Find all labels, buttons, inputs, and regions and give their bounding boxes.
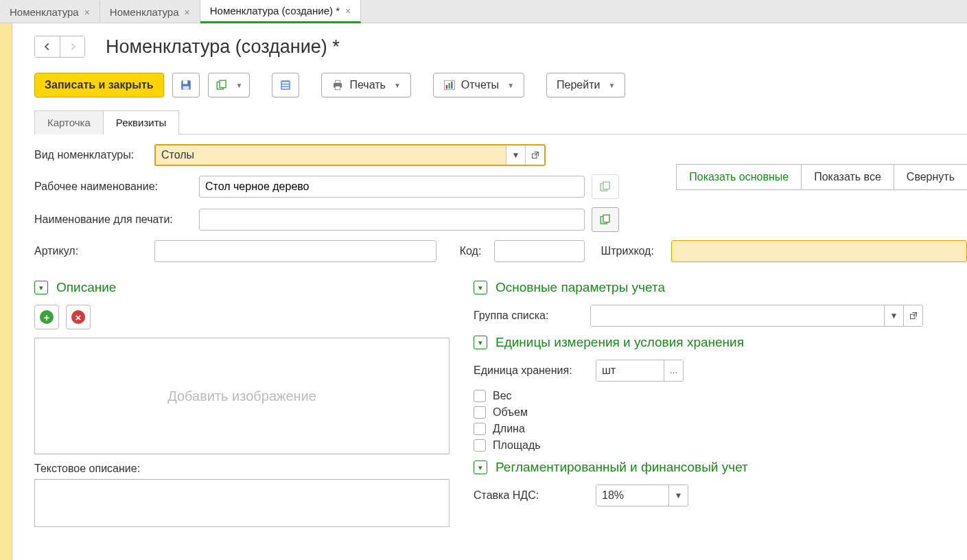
app-tab-label: Номенклатура [10,6,79,18]
app-tab-label: Номенклатура (создание) * [210,5,340,16]
app-tab-1[interactable]: Номенклатура × [100,1,200,23]
app-tab-0[interactable]: Номенклатура × [0,1,100,23]
close-icon[interactable]: × [84,7,90,18]
app-tab-2[interactable]: Номенклатура (создание) * × [200,0,362,23]
app-tab-label: Номенклатура [110,6,179,18]
close-icon[interactable]: × [185,7,190,18]
app-tab-strip: Номенклатура × Номенклатура × Номенклату… [0,0,967,23]
close-icon[interactable]: × [345,5,351,16]
